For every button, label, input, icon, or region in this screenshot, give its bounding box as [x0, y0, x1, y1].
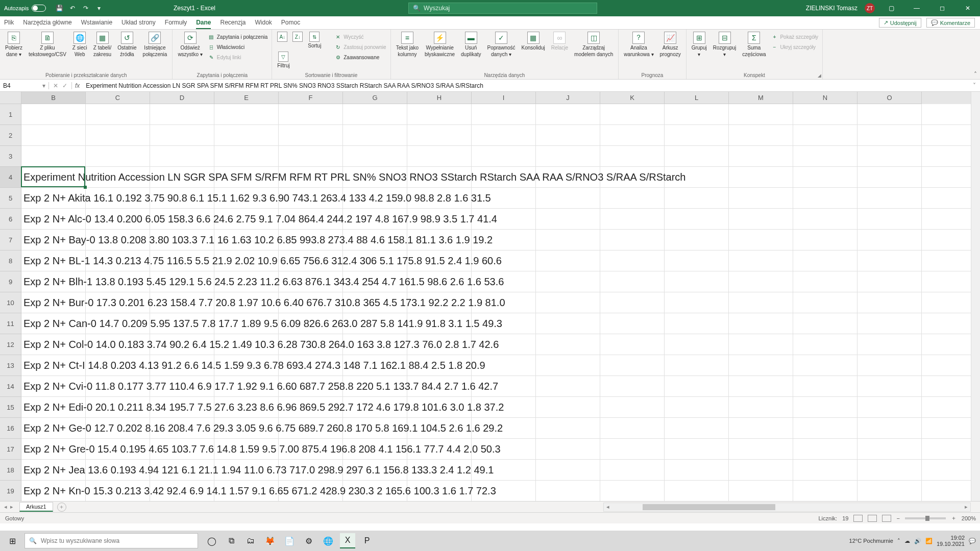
- tab-układ-strony[interactable]: Układ strony: [121, 17, 156, 29]
- row-header[interactable]: 6: [0, 209, 21, 230]
- cell[interactable]: [536, 146, 600, 166]
- row-header[interactable]: 14: [0, 376, 21, 397]
- cell[interactable]: [279, 481, 343, 501]
- cell[interactable]: [279, 251, 343, 271]
- view-layout-icon[interactable]: [868, 515, 877, 522]
- cell[interactable]: [600, 230, 665, 250]
- column-header[interactable]: K: [600, 92, 665, 104]
- cell[interactable]: [665, 188, 729, 208]
- column-header[interactable]: O: [857, 92, 922, 104]
- cancel-formula-icon[interactable]: ✕: [53, 82, 58, 89]
- ribbon-button[interactable]: ▽Filtruj: [275, 51, 291, 69]
- cell[interactable]: [150, 334, 214, 355]
- cell[interactable]: [279, 209, 343, 229]
- cell[interactable]: [21, 481, 86, 501]
- undo-icon[interactable]: ↶: [68, 4, 77, 12]
- cell[interactable]: [150, 209, 214, 229]
- cell[interactable]: [343, 397, 407, 417]
- cell[interactable]: [857, 481, 922, 501]
- cell[interactable]: [793, 397, 857, 417]
- horizontal-scrollbar[interactable]: ◂ ▸: [603, 503, 971, 512]
- zoom-in-icon[interactable]: ＋: [951, 514, 957, 522]
- column-header[interactable]: N: [793, 92, 857, 104]
- cell[interactable]: [536, 355, 600, 375]
- cell[interactable]: [279, 334, 343, 355]
- cell[interactable]: [472, 271, 536, 292]
- cell[interactable]: [86, 271, 150, 292]
- cell[interactable]: [857, 313, 922, 334]
- cell[interactable]: [343, 376, 407, 396]
- cell[interactable]: [343, 125, 407, 145]
- ribbon-small-button[interactable]: ⌸Właściwości: [207, 43, 269, 51]
- cell[interactable]: [279, 292, 343, 313]
- cell[interactable]: [407, 125, 472, 145]
- ribbon-button[interactable]: 🌐Z sieciWeb: [70, 31, 89, 58]
- cell[interactable]: [214, 376, 279, 396]
- cell[interactable]: [279, 230, 343, 250]
- cell[interactable]: [21, 188, 86, 208]
- ribbon-button[interactable]: ▬Usuńduplikaty: [459, 31, 483, 58]
- cell[interactable]: [343, 167, 407, 187]
- formula-content[interactable]: Experiment Nutrition Accession LN SGR SP…: [83, 82, 969, 89]
- cell[interactable]: [150, 188, 214, 208]
- cell[interactable]: [536, 397, 600, 417]
- ribbon-button[interactable]: ⊟Rozgrupuj▾: [711, 31, 739, 58]
- column-header[interactable]: D: [150, 92, 214, 104]
- cell[interactable]: [150, 104, 214, 124]
- row-header[interactable]: 16: [0, 418, 21, 439]
- cell[interactable]: [472, 334, 536, 355]
- row-header[interactable]: 1: [0, 104, 21, 125]
- cell[interactable]: [665, 460, 729, 480]
- cell[interactable]: [21, 313, 86, 334]
- cell[interactable]: [729, 251, 793, 271]
- cell[interactable]: [729, 439, 793, 459]
- row-header[interactable]: 3: [0, 146, 21, 167]
- cell[interactable]: [150, 271, 214, 292]
- cell[interactable]: [214, 188, 279, 208]
- column-header[interactable]: F: [279, 92, 343, 104]
- cell[interactable]: [21, 376, 86, 396]
- explorer-icon[interactable]: 🗂: [243, 533, 258, 548]
- ribbon-button[interactable]: 📈Arkuszprognozy: [658, 31, 683, 58]
- cell[interactable]: [86, 230, 150, 250]
- row-header[interactable]: 17: [0, 439, 21, 460]
- cell[interactable]: [857, 376, 922, 396]
- start-button[interactable]: ⊞: [0, 531, 24, 551]
- cell[interactable]: [214, 271, 279, 292]
- cell[interactable]: [729, 313, 793, 334]
- ribbon-collapse-icon[interactable]: ˄: [974, 71, 977, 78]
- cell[interactable]: [600, 251, 665, 271]
- column-header[interactable]: M: [729, 92, 793, 104]
- cell[interactable]: [21, 271, 86, 292]
- cell[interactable]: [214, 292, 279, 313]
- cell[interactable]: [343, 188, 407, 208]
- cell[interactable]: [793, 188, 857, 208]
- cell[interactable]: [343, 439, 407, 459]
- cell[interactable]: [472, 209, 536, 229]
- ribbon-button[interactable]: ▦Z tabeli/zakresu: [91, 31, 114, 58]
- cell[interactable]: [857, 104, 922, 124]
- cell[interactable]: [343, 271, 407, 292]
- scroll-left-icon[interactable]: ◂: [604, 504, 612, 510]
- cell[interactable]: [21, 209, 86, 229]
- tab-formuły[interactable]: Formuły: [165, 17, 187, 29]
- row-header[interactable]: 5: [0, 188, 21, 209]
- cell[interactable]: [150, 167, 214, 187]
- cell[interactable]: [343, 209, 407, 229]
- cell[interactable]: [729, 292, 793, 313]
- ribbon-button[interactable]: ↺Ostatnieźródła: [115, 31, 138, 58]
- cell[interactable]: [472, 418, 536, 438]
- cell[interactable]: [214, 251, 279, 271]
- cell[interactable]: [150, 376, 214, 396]
- sheet-next-icon[interactable]: ▸: [10, 504, 13, 510]
- cell[interactable]: [793, 439, 857, 459]
- cell[interactable]: [86, 376, 150, 396]
- cell[interactable]: [857, 397, 922, 417]
- cell[interactable]: [86, 355, 150, 375]
- cell[interactable]: [472, 397, 536, 417]
- cell[interactable]: [472, 146, 536, 166]
- cell[interactable]: [600, 188, 665, 208]
- cell[interactable]: [729, 460, 793, 480]
- cell[interactable]: [21, 167, 86, 187]
- cell[interactable]: [793, 292, 857, 313]
